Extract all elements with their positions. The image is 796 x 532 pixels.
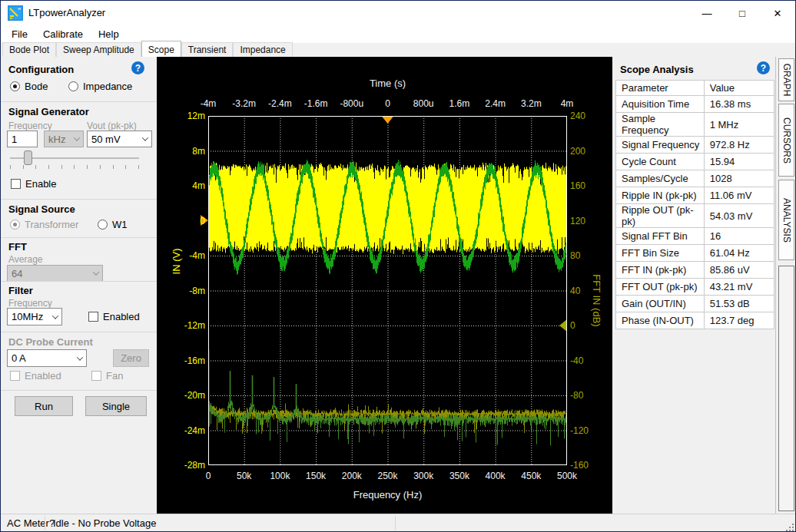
checkbox-icon[interactable] — [88, 312, 98, 322]
fft-tick-label: -160 — [570, 460, 609, 471]
column-header-value: Value — [704, 81, 774, 96]
slider-tick — [125, 165, 126, 169]
checkbox-icon[interactable] — [11, 179, 21, 189]
separator — [1, 101, 157, 102]
minimize-button[interactable]: — — [689, 1, 725, 25]
parameter-cell: Sample Frequency — [616, 113, 705, 137]
in-tick-label: -20m — [157, 390, 205, 401]
filter-enabled-checkbox[interactable]: Enabled — [88, 311, 140, 322]
fft-tick-label: -80 — [570, 390, 609, 401]
slider-tick — [74, 165, 75, 169]
filter-frequency-label: Frequency — [8, 298, 52, 309]
average-select[interactable]: 64 — [7, 265, 103, 282]
slider-tick — [87, 165, 88, 169]
filter-title: Filter — [8, 285, 33, 296]
frequency-tick-label: 500k — [548, 471, 586, 481]
maximize-button[interactable]: □ — [725, 1, 760, 25]
single-button[interactable]: Single — [85, 396, 147, 416]
enable-label: Enable — [25, 178, 56, 190]
menu-file[interactable]: File — [4, 27, 35, 41]
tab-impedance[interactable]: Impedance — [233, 42, 292, 57]
separator — [1, 390, 157, 391]
zero-button[interactable]: Zero — [113, 349, 149, 367]
in-tick-label: 0 — [157, 216, 205, 226]
side-tab-label: ANALYSIS — [781, 198, 792, 243]
value-cell: 16 — [704, 228, 774, 245]
side-tab-cursors[interactable]: CURSORS — [778, 104, 794, 177]
window-controls: — □ ✕ — [689, 1, 795, 25]
scope-plot-canvas[interactable] — [208, 116, 567, 465]
status-message: Idle - No Probe Voltage — [53, 517, 156, 529]
radio-icon[interactable] — [98, 220, 108, 230]
fft-tick-label: 120 — [570, 216, 609, 226]
impedance-radio[interactable]: Impedance — [68, 81, 132, 92]
table-row: FFT IN (pk-pk)85.86 uV — [616, 262, 774, 279]
value-cell: 43.21 mV — [704, 279, 774, 296]
time-tick-label: 4m — [548, 98, 586, 109]
menu-help[interactable]: Help — [91, 27, 127, 41]
vout-select[interactable]: 50 mV — [87, 131, 152, 147]
slider-tick — [10, 165, 11, 169]
frequency-unit-select[interactable]: kHz — [44, 131, 84, 147]
frequency-tick-label: 450k — [512, 471, 550, 481]
chevron-down-icon — [93, 269, 99, 275]
radio-icon[interactable] — [68, 81, 78, 91]
in-tick-label: 8m — [157, 146, 205, 157]
side-tab-graph[interactable]: GRAPH — [778, 58, 794, 101]
tab-transient[interactable]: Transient — [181, 42, 234, 57]
radio-icon[interactable] — [10, 81, 20, 91]
time-tick-label: -3.2m — [225, 98, 264, 109]
checkbox-icon[interactable] — [91, 371, 101, 381]
transformer-radio[interactable]: Transformer — [10, 219, 78, 230]
scope-analysis-help-icon[interactable]: ? — [757, 61, 770, 74]
parameter-cell: Samples/Cycle — [616, 170, 705, 187]
filter-frequency-select[interactable]: 10MHz — [7, 308, 62, 325]
parameter-cell: Gain (OUT/IN) — [616, 296, 705, 312]
w1-radio[interactable]: W1 — [98, 219, 128, 230]
close-button[interactable]: ✕ — [760, 1, 795, 25]
frequency-tick-label: 0 — [189, 471, 227, 481]
sidebar: Configuration ? Bode Impedance Signal Ge… — [1, 57, 157, 514]
fft-tick-label: 240 — [570, 111, 609, 121]
resize-grip-icon[interactable] — [784, 521, 794, 531]
in-tick-label: -24m — [157, 425, 205, 436]
fft-tick-label: 80 — [570, 250, 609, 261]
checkbox-icon[interactable] — [10, 371, 20, 381]
fan-checkbox[interactable]: Fan — [91, 370, 123, 382]
analysis-table: ParameterValueAquisition Time16.38 msSam… — [615, 80, 774, 329]
dc-probe-current-value: 0 A — [12, 352, 26, 364]
scope-plot-panel: Time (s) Frequency (Hz) IN (V) FFT IN (d… — [157, 57, 612, 514]
frequency-input[interactable]: 1 — [7, 131, 38, 147]
dc-enabled-checkbox[interactable]: Enabled — [10, 370, 61, 382]
in-tick-label: -8m — [157, 286, 205, 296]
bode-radio[interactable]: Bode — [10, 81, 48, 92]
parameter-cell: FFT Bin Size — [616, 245, 705, 262]
time-tick-label: 2.4m — [476, 98, 515, 109]
time-tick-label: 1.6m — [440, 98, 479, 109]
status-divider — [45, 516, 45, 530]
configuration-help-icon[interactable]: ? — [131, 61, 144, 74]
amplitude-slider-thumb[interactable] — [24, 150, 32, 165]
radio-icon[interactable] — [10, 220, 20, 230]
signal-generator-title: Signal Generator — [8, 106, 89, 117]
tab-sweep-amplitude[interactable]: Sweep Amplitude — [56, 42, 141, 57]
time-tick-label: 800u — [404, 98, 443, 109]
average-value: 64 — [12, 268, 22, 279]
table-row: Ripple OUT (pk-pk)54.03 mV — [616, 204, 774, 228]
run-button[interactable]: Run — [15, 396, 73, 416]
scope-analysis-panel: Scope Analysis ? ParameterValueAquisitio… — [612, 57, 775, 514]
side-tab-analysis[interactable]: ANALYSIS — [778, 180, 794, 260]
frequency-unit-value: kHz — [48, 134, 65, 145]
tab-bode-plot[interactable]: Bode Plot — [2, 42, 56, 57]
tab-scope[interactable]: Scope — [141, 41, 181, 57]
dc-probe-current-select[interactable]: 0 A — [7, 349, 87, 367]
menu-calibrate[interactable]: Calibrate — [35, 27, 91, 41]
enable-checkbox[interactable]: Enable — [11, 178, 56, 190]
slider-tick — [100, 165, 101, 169]
side-tab-label: GRAPH — [781, 64, 792, 97]
value-cell: 15.94 — [704, 154, 774, 170]
separator — [1, 237, 157, 238]
fft-tick-label: 0 — [570, 320, 609, 331]
separator — [1, 332, 157, 332]
value-cell: 61.04 Hz — [704, 245, 774, 262]
